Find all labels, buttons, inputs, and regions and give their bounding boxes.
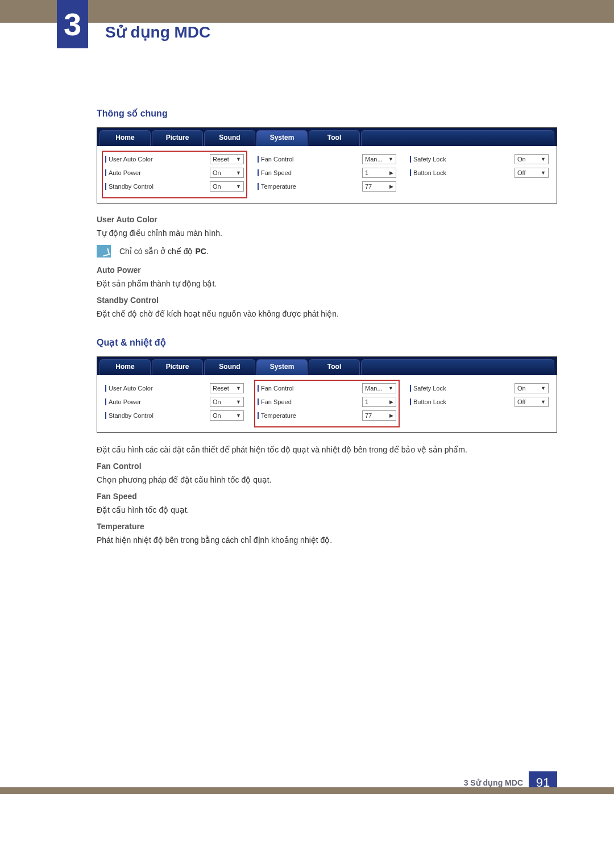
- section-title-general: Thông số chung: [97, 108, 557, 119]
- dropdown-user-auto-color[interactable]: Reset▼: [210, 154, 244, 164]
- row-fan-speed: Fan Speed 1▶: [258, 397, 396, 407]
- tab-row: Home Picture Sound System Tool: [97, 357, 557, 375]
- tab-spacer: [361, 130, 554, 146]
- label-safety-lock: Safety Lock: [410, 156, 515, 163]
- tab-system[interactable]: System: [256, 359, 308, 375]
- caret-down-icon: ▼: [541, 385, 546, 391]
- caret-down-icon: ▼: [388, 385, 393, 391]
- spinner-temperature[interactable]: 77▶: [362, 181, 396, 192]
- label-safety-lock: Safety Lock: [410, 385, 515, 392]
- caret-down-icon: ▼: [236, 399, 241, 405]
- note-text: Chỉ có sẵn ở chế độ PC.: [119, 246, 209, 258]
- dropdown-user-auto-color[interactable]: Reset▼: [210, 383, 244, 393]
- tab-sound[interactable]: Sound: [204, 130, 255, 146]
- page-footer: 3 Sử dụng MDC 91: [0, 766, 614, 794]
- caret-down-icon: ▼: [541, 156, 546, 162]
- row-fan-speed: Fan Speed 1▶: [258, 168, 396, 178]
- text-fan-control: Chọn phương pháp để đặt cấu hình tốc độ …: [97, 474, 557, 486]
- dropdown-auto-power[interactable]: On▼: [210, 397, 244, 407]
- text-auto-power: Đặt sản phẩm thành tự động bật.: [97, 278, 557, 290]
- tab-picture[interactable]: Picture: [152, 130, 203, 146]
- row-auto-power: Auto Power On▼: [105, 168, 244, 178]
- label-standby-control: Standby Control: [105, 412, 210, 419]
- dropdown-standby-control[interactable]: On▼: [210, 181, 244, 192]
- chapter-number-badge: 3: [57, 0, 88, 48]
- dropdown-safety-lock[interactable]: On▼: [515, 383, 549, 393]
- label-fan-speed: Fan Speed: [258, 169, 362, 176]
- row-user-auto-color: User Auto Color Reset▼: [105, 154, 244, 164]
- caret-down-icon: ▼: [236, 385, 241, 391]
- label-fan-speed: Fan Speed: [258, 398, 362, 405]
- column-fan: Fan Control Man...▼ Fan Speed 1▶ Tempera…: [254, 380, 400, 427]
- label-button-lock: Button Lock: [410, 169, 515, 176]
- caret-down-icon: ▼: [236, 413, 241, 418]
- arrow-right-icon: ▶: [389, 399, 393, 405]
- row-temperature: Temperature 77▶: [258, 181, 396, 192]
- dropdown-fan-control[interactable]: Man...▼: [362, 154, 396, 164]
- row-button-lock: Button Lock Off▼: [410, 168, 549, 178]
- text-fan-intro: Đặt cấu hình các cài đặt cần thiết để ph…: [97, 444, 557, 456]
- label-user-auto-color: User Auto Color: [105, 385, 210, 392]
- caret-down-icon: ▼: [388, 156, 393, 162]
- caret-down-icon: ▼: [541, 170, 546, 176]
- spinner-temperature[interactable]: 77▶: [362, 410, 396, 421]
- column-general: User Auto Color Reset▼ Auto Power On▼ St…: [102, 380, 247, 427]
- column-fan: Fan Control Man...▼ Fan Speed 1▶ Tempera…: [254, 151, 400, 198]
- column-general: User Auto Color Reset▼ Auto Power On▼ St…: [102, 151, 247, 198]
- row-button-lock: Button Lock Off▼: [410, 397, 549, 407]
- column-lock: Safety Lock On▼ Button Lock Off▼: [406, 151, 552, 198]
- text-temperature: Phát hiện nhiệt độ bên trong bằng cách c…: [97, 534, 557, 546]
- settings-panel-fan: Home Picture Sound System Tool User Auto…: [97, 356, 557, 433]
- row-standby-control: Standby Control On▼: [105, 410, 244, 421]
- tab-row: Home Picture Sound System Tool: [97, 128, 557, 146]
- text-user-auto-color: Tự động điều chỉnh màu màn hình.: [97, 227, 557, 239]
- spinner-fan-speed[interactable]: 1▶: [362, 168, 396, 178]
- caret-down-icon: ▼: [236, 184, 241, 189]
- label-standby-control: Standby Control: [105, 183, 210, 190]
- arrow-right-icon: ▶: [389, 184, 393, 189]
- caret-down-icon: ▼: [236, 170, 241, 176]
- row-temperature: Temperature 77▶: [258, 410, 396, 421]
- tab-home[interactable]: Home: [99, 130, 151, 146]
- dropdown-button-lock[interactable]: Off▼: [515, 168, 549, 178]
- tab-tool[interactable]: Tool: [309, 130, 360, 146]
- tab-picture[interactable]: Picture: [152, 359, 203, 375]
- caret-down-icon: ▼: [236, 156, 241, 162]
- note-row: Chỉ có sẵn ở chế độ PC.: [97, 245, 557, 258]
- label-button-lock: Button Lock: [410, 398, 515, 405]
- spinner-fan-speed[interactable]: 1▶: [362, 397, 396, 407]
- caret-down-icon: ▼: [541, 399, 546, 405]
- row-standby-control: Standby Control On▼: [105, 181, 244, 192]
- tab-system[interactable]: System: [256, 130, 308, 146]
- row-auto-power: Auto Power On▼: [105, 397, 244, 407]
- dropdown-standby-control[interactable]: On▼: [210, 410, 244, 421]
- label-user-auto-color: User Auto Color: [105, 156, 210, 163]
- chapter-title: Sử dụng MDC: [105, 23, 210, 41]
- dropdown-button-lock[interactable]: Off▼: [515, 397, 549, 407]
- heading-user-auto-color: User Auto Color: [97, 215, 557, 224]
- dropdown-fan-control[interactable]: Man...▼: [362, 383, 396, 393]
- text-fan-speed: Đặt cấu hình tốc độ quạt.: [97, 504, 557, 516]
- settings-panel-general: Home Picture Sound System Tool User Auto…: [97, 127, 557, 203]
- page-content: Thông số chung Home Picture Sound System…: [0, 57, 614, 567]
- section-title-fan: Quạt & nhiệt độ: [97, 337, 557, 348]
- column-lock: Safety Lock On▼ Button Lock Off▼: [406, 380, 552, 427]
- tab-home[interactable]: Home: [99, 359, 151, 375]
- heading-fan-control: Fan Control: [97, 462, 557, 471]
- label-fan-control: Fan Control: [258, 385, 362, 392]
- tab-spacer: [361, 359, 554, 375]
- panel-body: User Auto Color Reset▼ Auto Power On▼ St…: [97, 146, 557, 203]
- header-stripe: [0, 0, 614, 23]
- label-fan-control: Fan Control: [258, 156, 362, 163]
- tab-tool[interactable]: Tool: [309, 359, 360, 375]
- arrow-right-icon: ▶: [389, 413, 393, 418]
- label-auto-power: Auto Power: [105, 169, 210, 176]
- heading-fan-speed: Fan Speed: [97, 492, 557, 501]
- label-temperature: Temperature: [258, 412, 362, 419]
- dropdown-auto-power[interactable]: On▼: [210, 168, 244, 178]
- dropdown-safety-lock[interactable]: On▼: [515, 154, 549, 164]
- row-user-auto-color: User Auto Color Reset▼: [105, 383, 244, 393]
- tab-sound[interactable]: Sound: [204, 359, 255, 375]
- row-fan-control: Fan Control Man...▼: [258, 383, 396, 393]
- text-standby-control: Đặt chế độ chờ để kích hoạt nếu nguồn và…: [97, 308, 557, 320]
